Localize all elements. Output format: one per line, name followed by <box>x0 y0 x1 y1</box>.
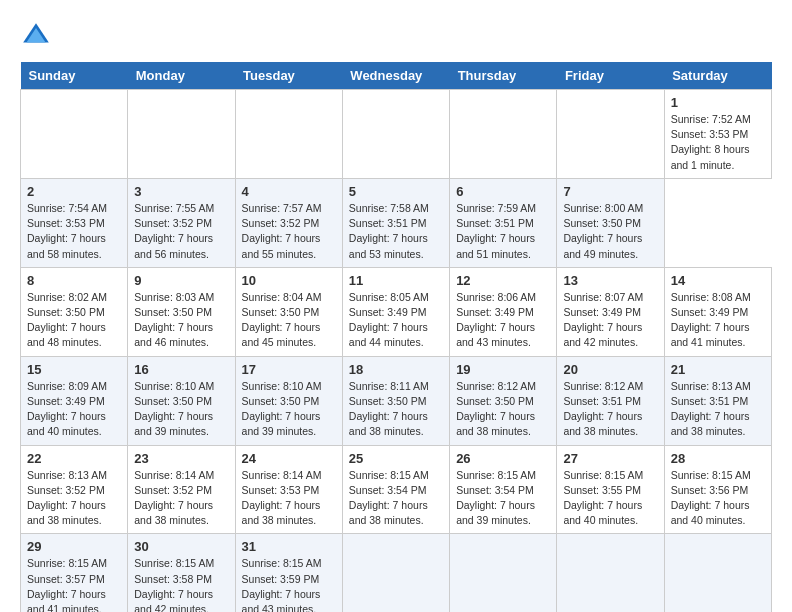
day-number: 1 <box>671 95 765 110</box>
logo-icon <box>20 20 52 52</box>
day-cell <box>664 534 771 612</box>
day-cell: 28 Sunrise: 8:15 AMSunset: 3:56 PMDaylig… <box>664 445 771 534</box>
calendar-body: 1 Sunrise: 7:52 AMSunset: 3:53 PMDayligh… <box>21 90 772 613</box>
calendar-week: 2 Sunrise: 7:54 AMSunset: 3:53 PMDayligh… <box>21 178 772 267</box>
day-info: Sunrise: 8:11 AMSunset: 3:50 PMDaylight:… <box>349 379 443 440</box>
day-cell: 16 Sunrise: 8:10 AMSunset: 3:50 PMDaylig… <box>128 356 235 445</box>
day-cell: 11 Sunrise: 8:05 AMSunset: 3:49 PMDaylig… <box>342 267 449 356</box>
day-number: 27 <box>563 451 657 466</box>
day-cell: 26 Sunrise: 8:15 AMSunset: 3:54 PMDaylig… <box>450 445 557 534</box>
day-number: 13 <box>563 273 657 288</box>
day-info: Sunrise: 7:58 AMSunset: 3:51 PMDaylight:… <box>349 201 443 262</box>
header-row: SundayMondayTuesdayWednesdayThursdayFrid… <box>21 62 772 90</box>
day-number: 31 <box>242 539 336 554</box>
logo <box>20 20 56 52</box>
day-cell: 24 Sunrise: 8:14 AMSunset: 3:53 PMDaylig… <box>235 445 342 534</box>
calendar-header: SundayMondayTuesdayWednesdayThursdayFrid… <box>21 62 772 90</box>
empty-cell <box>557 90 664 179</box>
day-number: 22 <box>27 451 121 466</box>
day-number: 15 <box>27 362 121 377</box>
empty-cell <box>342 90 449 179</box>
header-day: Monday <box>128 62 235 90</box>
day-cell: 22 Sunrise: 8:13 AMSunset: 3:52 PMDaylig… <box>21 445 128 534</box>
empty-cell <box>128 90 235 179</box>
day-cell: 18 Sunrise: 8:11 AMSunset: 3:50 PMDaylig… <box>342 356 449 445</box>
day-cell: 9 Sunrise: 8:03 AMSunset: 3:50 PMDayligh… <box>128 267 235 356</box>
day-info: Sunrise: 8:12 AMSunset: 3:51 PMDaylight:… <box>563 379 657 440</box>
day-cell: 31 Sunrise: 8:15 AMSunset: 3:59 PMDaylig… <box>235 534 342 612</box>
day-info: Sunrise: 7:59 AMSunset: 3:51 PMDaylight:… <box>456 201 550 262</box>
day-cell: 3 Sunrise: 7:55 AMSunset: 3:52 PMDayligh… <box>128 178 235 267</box>
day-info: Sunrise: 8:13 AMSunset: 3:52 PMDaylight:… <box>27 468 121 529</box>
day-info: Sunrise: 8:15 AMSunset: 3:57 PMDaylight:… <box>27 556 121 612</box>
day-info: Sunrise: 8:15 AMSunset: 3:55 PMDaylight:… <box>563 468 657 529</box>
calendar-table: SundayMondayTuesdayWednesdayThursdayFrid… <box>20 62 772 612</box>
day-info: Sunrise: 8:06 AMSunset: 3:49 PMDaylight:… <box>456 290 550 351</box>
day-number: 5 <box>349 184 443 199</box>
day-cell: 8 Sunrise: 8:02 AMSunset: 3:50 PMDayligh… <box>21 267 128 356</box>
empty-cell <box>450 90 557 179</box>
day-cell: 30 Sunrise: 8:15 AMSunset: 3:58 PMDaylig… <box>128 534 235 612</box>
day-info: Sunrise: 8:12 AMSunset: 3:50 PMDaylight:… <box>456 379 550 440</box>
day-info: Sunrise: 7:52 AMSunset: 3:53 PMDaylight:… <box>671 112 765 173</box>
day-number: 16 <box>134 362 228 377</box>
header-day: Friday <box>557 62 664 90</box>
day-cell: 17 Sunrise: 8:10 AMSunset: 3:50 PMDaylig… <box>235 356 342 445</box>
day-info: Sunrise: 8:15 AMSunset: 3:54 PMDaylight:… <box>349 468 443 529</box>
day-cell: 20 Sunrise: 8:12 AMSunset: 3:51 PMDaylig… <box>557 356 664 445</box>
day-number: 6 <box>456 184 550 199</box>
day-cell: 15 Sunrise: 8:09 AMSunset: 3:49 PMDaylig… <box>21 356 128 445</box>
day-info: Sunrise: 8:10 AMSunset: 3:50 PMDaylight:… <box>134 379 228 440</box>
day-cell: 13 Sunrise: 8:07 AMSunset: 3:49 PMDaylig… <box>557 267 664 356</box>
day-cell <box>557 534 664 612</box>
day-cell: 12 Sunrise: 8:06 AMSunset: 3:49 PMDaylig… <box>450 267 557 356</box>
empty-cell <box>235 90 342 179</box>
day-number: 9 <box>134 273 228 288</box>
header-day: Thursday <box>450 62 557 90</box>
day-info: Sunrise: 8:03 AMSunset: 3:50 PMDaylight:… <box>134 290 228 351</box>
day-cell: 1 Sunrise: 7:52 AMSunset: 3:53 PMDayligh… <box>664 90 771 179</box>
day-number: 2 <box>27 184 121 199</box>
header-day: Wednesday <box>342 62 449 90</box>
day-number: 3 <box>134 184 228 199</box>
day-number: 23 <box>134 451 228 466</box>
day-cell: 25 Sunrise: 8:15 AMSunset: 3:54 PMDaylig… <box>342 445 449 534</box>
day-info: Sunrise: 8:13 AMSunset: 3:51 PMDaylight:… <box>671 379 765 440</box>
day-info: Sunrise: 8:15 AMSunset: 3:58 PMDaylight:… <box>134 556 228 612</box>
day-number: 24 <box>242 451 336 466</box>
day-info: Sunrise: 8:08 AMSunset: 3:49 PMDaylight:… <box>671 290 765 351</box>
calendar-week: 29 Sunrise: 8:15 AMSunset: 3:57 PMDaylig… <box>21 534 772 612</box>
day-cell: 4 Sunrise: 7:57 AMSunset: 3:52 PMDayligh… <box>235 178 342 267</box>
day-number: 26 <box>456 451 550 466</box>
day-cell: 7 Sunrise: 8:00 AMSunset: 3:50 PMDayligh… <box>557 178 664 267</box>
day-number: 28 <box>671 451 765 466</box>
day-cell: 6 Sunrise: 7:59 AMSunset: 3:51 PMDayligh… <box>450 178 557 267</box>
day-number: 10 <box>242 273 336 288</box>
calendar-week: 8 Sunrise: 8:02 AMSunset: 3:50 PMDayligh… <box>21 267 772 356</box>
day-number: 20 <box>563 362 657 377</box>
calendar-week: 15 Sunrise: 8:09 AMSunset: 3:49 PMDaylig… <box>21 356 772 445</box>
day-info: Sunrise: 8:15 AMSunset: 3:54 PMDaylight:… <box>456 468 550 529</box>
header-day: Sunday <box>21 62 128 90</box>
day-info: Sunrise: 8:14 AMSunset: 3:53 PMDaylight:… <box>242 468 336 529</box>
day-info: Sunrise: 8:04 AMSunset: 3:50 PMDaylight:… <box>242 290 336 351</box>
day-number: 4 <box>242 184 336 199</box>
day-info: Sunrise: 8:07 AMSunset: 3:49 PMDaylight:… <box>563 290 657 351</box>
day-cell: 19 Sunrise: 8:12 AMSunset: 3:50 PMDaylig… <box>450 356 557 445</box>
day-info: Sunrise: 7:57 AMSunset: 3:52 PMDaylight:… <box>242 201 336 262</box>
day-number: 18 <box>349 362 443 377</box>
day-info: Sunrise: 7:54 AMSunset: 3:53 PMDaylight:… <box>27 201 121 262</box>
day-info: Sunrise: 8:10 AMSunset: 3:50 PMDaylight:… <box>242 379 336 440</box>
day-number: 21 <box>671 362 765 377</box>
day-number: 14 <box>671 273 765 288</box>
day-cell: 5 Sunrise: 7:58 AMSunset: 3:51 PMDayligh… <box>342 178 449 267</box>
day-cell: 27 Sunrise: 8:15 AMSunset: 3:55 PMDaylig… <box>557 445 664 534</box>
page-header <box>20 20 772 52</box>
day-info: Sunrise: 7:55 AMSunset: 3:52 PMDaylight:… <box>134 201 228 262</box>
calendar-week: 1 Sunrise: 7:52 AMSunset: 3:53 PMDayligh… <box>21 90 772 179</box>
day-cell: 10 Sunrise: 8:04 AMSunset: 3:50 PMDaylig… <box>235 267 342 356</box>
day-cell: 14 Sunrise: 8:08 AMSunset: 3:49 PMDaylig… <box>664 267 771 356</box>
header-day: Saturday <box>664 62 771 90</box>
day-info: Sunrise: 8:00 AMSunset: 3:50 PMDaylight:… <box>563 201 657 262</box>
day-number: 25 <box>349 451 443 466</box>
